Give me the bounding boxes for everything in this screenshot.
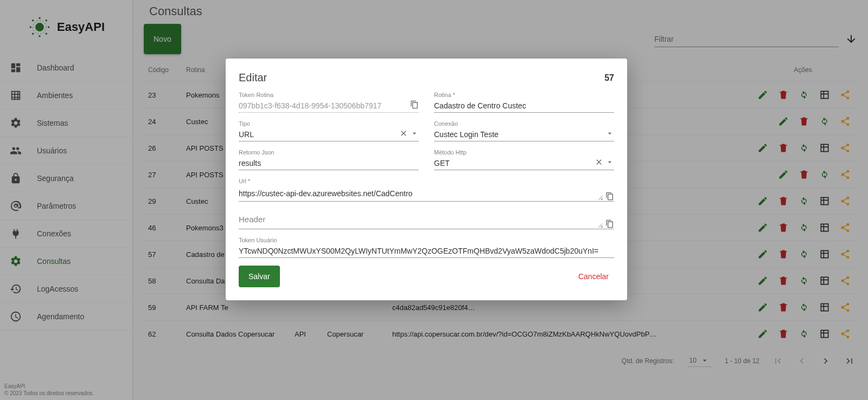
chevron-down-icon[interactable] <box>605 158 614 166</box>
copy-icon[interactable] <box>605 220 614 228</box>
tipo-label: Tipo <box>239 120 419 127</box>
cancel-button[interactable]: Cancelar <box>573 268 614 285</box>
rotina-field[interactable] <box>434 99 614 113</box>
modal-title: Editar <box>239 72 267 84</box>
resize-icon[interactable] <box>595 192 603 201</box>
tipo-field[interactable] <box>239 128 419 141</box>
edit-modal: Editar 57 Token Rotina Rotina * Tipo Con… <box>226 59 627 300</box>
token-user-label: Token Usuário <box>239 237 614 243</box>
url-field[interactable] <box>239 185 614 202</box>
clear-icon[interactable] <box>399 129 408 138</box>
token-rotina-label: Token Rotina <box>239 92 419 98</box>
copy-icon[interactable] <box>410 100 419 109</box>
token-rotina-field <box>239 99 419 113</box>
conexao-field[interactable] <box>434 128 614 141</box>
chevron-down-icon[interactable] <box>605 129 614 138</box>
save-button[interactable]: Salvar <box>239 266 280 287</box>
chevron-down-icon[interactable] <box>410 129 419 138</box>
retorno-label: Retorno Json <box>239 149 419 156</box>
header-field[interactable] <box>239 209 614 229</box>
clear-icon[interactable] <box>595 158 603 166</box>
metodo-label: Método Http <box>434 149 614 156</box>
metodo-field[interactable] <box>434 157 614 170</box>
copy-icon[interactable] <box>605 192 614 201</box>
modal-id: 57 <box>604 73 614 83</box>
resize-icon[interactable] <box>595 220 603 228</box>
token-user-field[interactable] <box>239 244 614 258</box>
rotina-label: Rotina * <box>434 92 614 98</box>
retorno-field[interactable] <box>239 157 419 170</box>
conexao-label: Conexão <box>434 120 614 127</box>
url-label: Url * <box>239 178 614 184</box>
